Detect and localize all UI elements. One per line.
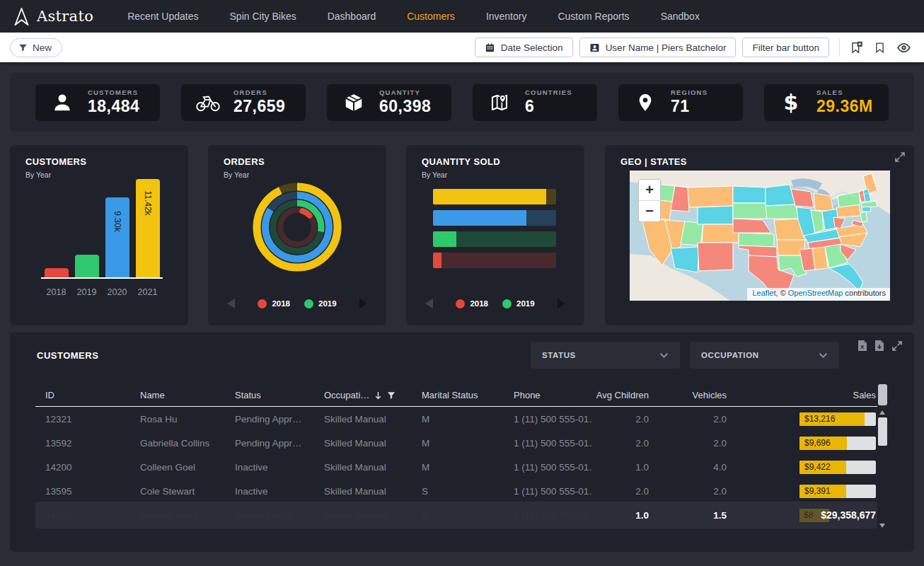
customers-chart-panel: CUSTOMERS By Year 9.30k 11.42k 2018 2019… [10,145,188,325]
column-header-avg-children[interactable]: Avg Children [596,390,649,400]
bar-2018[interactable] [45,268,69,277]
bookmark-add-icon[interactable] [850,41,863,54]
bar-2020[interactable]: 9.30k [105,197,129,277]
nav-item-custom-reports[interactable]: Custom Reports [558,11,629,22]
cell-marital: S [422,486,514,497]
export-excel-icon[interactable]: X [857,340,867,352]
scrollbar-thumb[interactable] [878,417,887,446]
hbar-track[interactable] [433,231,556,247]
column-header-name[interactable]: Name [140,390,235,400]
legend-item-2019[interactable]: 2019 [502,299,535,308]
cell-id: 13592 [35,438,140,449]
legend-item-2019[interactable]: 2019 [304,299,337,308]
export-document-icon[interactable] [874,340,884,352]
hbar-track[interactable] [433,253,556,268]
legend-prev-arrow-icon[interactable] [425,299,433,308]
new-filter-pill[interactable]: New [10,38,62,57]
column-header-status[interactable]: Status [235,390,324,400]
nav-item-inventory[interactable]: Inventory [486,11,527,22]
kpi-card-customers: CUSTOMERS 18,484 [35,84,160,121]
bookmark-icon[interactable] [874,42,886,54]
filter-bar-button[interactable]: Filter bar button [742,37,829,57]
hbar-fill [433,189,546,204]
legend-prev-arrow-icon[interactable] [227,299,235,308]
expand-icon[interactable] [891,340,903,352]
legend-label: 2018 [272,299,290,308]
scroll-up-arrow[interactable] [879,410,885,415]
column-header-id[interactable]: ID [35,390,140,400]
dropdown-label: STATUS [542,351,576,359]
legend-item-2018[interactable]: 2018 [456,299,488,308]
bar-2019[interactable] [75,255,99,277]
leaflet-link[interactable]: Leaflet [753,289,776,297]
user-name-button[interactable]: User Name | Piers Batchelor [579,37,737,57]
nav-item-dashboard[interactable]: Dashboard [328,11,376,22]
panel-title: CUSTOMERS [25,156,86,167]
kpi-label: COUNTRIES [525,88,572,96]
status-dropdown[interactable]: STATUS [531,342,680,369]
kpi-card-countries: COUNTRIES 6 [473,84,597,121]
occupation-dropdown[interactable]: OCCUPATION [690,342,839,369]
nav-item-recent-updates[interactable]: Recent Updates [127,11,198,22]
total-avg-children: 1.0 [635,510,649,521]
column-header-phone[interactable]: Phone [514,390,591,400]
sort-descending-icon[interactable] [374,391,382,400]
bar-value-label: 11.42k [143,190,153,215]
x-tick: 2018 [45,287,69,297]
openstreetmap-link[interactable]: OpenStreetMap [788,289,843,297]
cell-occupation: Skilled Manual [324,462,422,473]
hbar-track[interactable] [433,189,556,204]
cell-id: 13595 [35,486,140,497]
kpi-card-sales: $ SALES 29.36M [764,84,889,121]
column-filter-icon[interactable] [387,391,395,400]
legend-item-2018[interactable]: 2018 [258,299,290,308]
column-header-vehicles[interactable]: Vehicles [693,390,727,400]
table-row[interactable]: 14200 Colleen Goel Inactive Skilled Manu… [35,455,877,479]
cell-phone: 1 (11) 500 555-01… [514,462,591,473]
cell-marital: M [422,462,514,473]
scroll-down-arrow[interactable] [879,524,885,528]
legend-next-arrow-icon[interactable] [558,299,565,308]
kpi-label: REGIONS [671,88,708,96]
eye-icon[interactable] [896,40,911,55]
kpi-label: SALES [816,88,873,96]
column-header-occupation[interactable]: Occupati… [324,390,422,400]
astrato-logo[interactable]: Astrato [13,8,93,25]
total-vehicles: 1.5 [713,510,727,521]
panel-title: ORDERS [224,156,265,167]
customers-table-panel: CUSTOMERS STATUS OCCUPATION X [10,333,914,552]
orders-donut-chart[interactable] [248,178,347,277]
us-states-map[interactable]: + − Leaflet, © OpenStreetMap contributor… [630,171,890,301]
column-header-sales[interactable]: Sales [853,390,876,400]
table-filters: STATUS OCCUPATION [531,342,839,369]
sales-bar: $13,216 [799,412,876,426]
kpi-value: 60,398 [379,97,431,116]
table-row[interactable]: 13592 Gabriella Collins Pending Appr… Sk… [35,431,877,455]
nav-item-sandbox[interactable]: Sandbox [661,11,700,22]
table-row[interactable]: 12321 Rosa Hu Pending Appr… Skilled Manu… [35,407,877,431]
dropdown-label: OCCUPATION [701,351,759,359]
bar-2021[interactable]: 11.42k [136,179,160,277]
cell-name: Rosa Hu [140,414,235,424]
hbar-track[interactable] [433,210,556,226]
nav-item-customers[interactable]: Customers [407,11,455,22]
cell-vehicles: 2.0 [713,414,727,424]
new-filter-label: New [33,42,52,53]
legend-dot [456,299,465,308]
kpi-value: 18,484 [88,97,139,116]
legend-next-arrow-icon[interactable] [359,299,367,308]
table-row[interactable]: 13595 Cole Stewart Inactive Skilled Manu… [35,479,877,503]
cell-vehicles: 2.0 [713,486,727,497]
expand-icon[interactable] [894,151,906,163]
toolbar-icons [850,40,911,55]
toolbar-divider [839,38,840,57]
date-selection-button[interactable]: Date Selection [475,37,573,57]
map-icon [487,92,512,113]
geo-states-panel: GEO | STATES [605,145,914,325]
zoom-in-button[interactable]: + [639,180,660,201]
nav-item-spin-city-bikes[interactable]: Spin City Bikes [230,11,296,22]
legend-label: 2019 [516,299,535,308]
cell-sales: $9,696 [804,438,831,448]
column-header-marital-status[interactable]: Marital Status [422,390,514,400]
zoom-out-button[interactable]: − [639,201,660,221]
